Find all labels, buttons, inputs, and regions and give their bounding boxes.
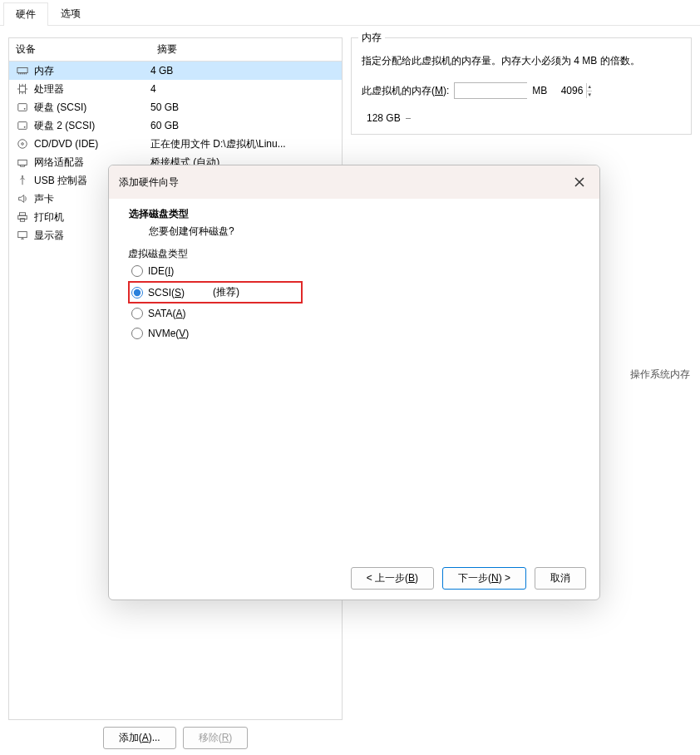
- col-header-summary[interactable]: 摘要: [150, 38, 342, 61]
- memory-legend: 内存: [358, 31, 385, 45]
- table-row[interactable]: 硬盘 2 (SCSI)60 GB: [9, 116, 342, 135]
- dialog-body: 虚拟磁盘类型 IDE(I) SCSI(S) (推荐) SATA(A) NVMe(…: [109, 250, 599, 557]
- device-name: 声卡: [34, 192, 54, 206]
- add-hardware-wizard-dialog: 添加硬件向导 选择磁盘类型 您要创建何种磁盘? 虚拟磁盘类型 IDE(I) SC…: [108, 165, 600, 600]
- partial-os-text: 操作系统内存: [630, 368, 690, 382]
- hdd-icon: [16, 119, 29, 132]
- sound-icon: [16, 192, 29, 205]
- device-name: 内存: [34, 64, 54, 78]
- device-name: USB 控制器: [34, 174, 87, 188]
- memory-label: 此虚拟机的内存(M):: [362, 84, 449, 98]
- radio-scsi-label: SCSI(S): [148, 287, 185, 299]
- radio-ide[interactable]: IDE(I): [128, 261, 580, 281]
- svg-rect-4: [18, 122, 27, 130]
- disk-type-legend: 虚拟磁盘类型: [125, 247, 191, 261]
- cd-icon: [16, 137, 29, 151]
- device-name: 网络适配器: [34, 155, 84, 170]
- spin-up-icon[interactable]: ▲: [587, 83, 592, 91]
- device-name: 处理器: [34, 82, 64, 96]
- usb-icon: [16, 174, 29, 187]
- device-summary: 4 GB: [150, 65, 335, 76]
- spinner-buttons[interactable]: ▲▼: [586, 83, 592, 98]
- svg-point-7: [22, 143, 24, 146]
- device-summary: 50 GB: [150, 101, 335, 113]
- dialog-header: 选择磁盘类型 您要创建何种磁盘?: [109, 199, 599, 250]
- display-icon: [16, 229, 29, 242]
- radio-scsi-input[interactable]: [131, 287, 143, 299]
- radio-nvme-input[interactable]: [131, 328, 143, 339]
- device-name: CD/DVD (IDE): [34, 138, 98, 150]
- device-summary: 4: [150, 83, 335, 95]
- svg-rect-1: [20, 86, 26, 92]
- svg-rect-0: [17, 68, 27, 73]
- remove-button[interactable]: 移除(R): [183, 727, 249, 749]
- table-row[interactable]: 内存4 GB: [9, 62, 342, 80]
- tab-hardware[interactable]: 硬件: [3, 2, 48, 26]
- memory-input-field[interactable]: [455, 83, 586, 98]
- memory-icon: [16, 64, 29, 77]
- disk-type-group: 虚拟磁盘类型 IDE(I) SCSI(S) (推荐) SATA(A) NVMe(…: [121, 254, 588, 351]
- tab-strip: 硬件 选项: [0, 0, 700, 26]
- back-button[interactable]: < 上一步(B): [351, 567, 434, 590]
- memory-input-row: 此虚拟机的内存(M): ▲▼ MB: [362, 82, 681, 99]
- table-row[interactable]: CD/DVD (IDE)正在使用文件 D:\虚拟机\Linu...: [9, 135, 342, 153]
- action-row: 添加(A)... 移除(R): [8, 727, 343, 749]
- radio-sata-label: SATA(A): [148, 308, 186, 319]
- device-name: 打印机: [34, 210, 64, 225]
- hdd-icon: [16, 101, 29, 114]
- tab-options[interactable]: 选项: [48, 2, 93, 25]
- printer-icon: [16, 210, 29, 224]
- svg-rect-10: [20, 213, 26, 216]
- scale-tick-128gb: 128 GB: [367, 112, 681, 124]
- dialog-subheading: 您要创建何种磁盘?: [129, 225, 579, 239]
- svg-rect-2: [18, 104, 27, 111]
- radio-ide-label: IDE(I): [148, 265, 174, 277]
- radio-nvme-label: NVMe(V): [148, 328, 189, 339]
- radio-nvme[interactable]: NVMe(V): [128, 323, 580, 343]
- memory-groupbox: 内存 指定分配给此虚拟机的内存量。内存大小必须为 4 MB 的倍数。 此虚拟机的…: [351, 37, 692, 135]
- radio-scsi[interactable]: SCSI(S) (推荐): [128, 281, 303, 303]
- add-button[interactable]: 添加(A)...: [103, 727, 176, 749]
- device-summary: 60 GB: [150, 120, 335, 131]
- svg-point-3: [24, 108, 26, 110]
- table-row[interactable]: 处理器4: [9, 80, 342, 98]
- svg-rect-13: [18, 232, 27, 238]
- memory-description: 指定分配给此虚拟机的内存量。内存大小必须为 4 MB 的倍数。: [362, 53, 681, 69]
- svg-rect-8: [18, 160, 27, 165]
- svg-point-6: [18, 140, 27, 149]
- table-row[interactable]: 硬盘 (SCSI)50 GB: [9, 98, 342, 116]
- spin-down-icon[interactable]: ▼: [587, 91, 592, 99]
- close-icon: [574, 176, 585, 188]
- close-button[interactable]: [569, 172, 589, 192]
- svg-point-5: [24, 126, 26, 128]
- cancel-button[interactable]: 取消: [535, 567, 586, 590]
- radio-sata[interactable]: SATA(A): [128, 303, 580, 323]
- cpu-icon: [16, 82, 29, 96]
- table-header: 设备 摘要: [9, 38, 342, 62]
- dialog-title: 添加硬件向导: [119, 175, 179, 190]
- memory-scale: 128 GB: [362, 112, 681, 124]
- radio-sata-input[interactable]: [131, 308, 143, 319]
- dialog-footer: < 上一步(B) 下一步(N) > 取消: [109, 557, 599, 600]
- device-name: 硬盘 (SCSI): [34, 101, 86, 115]
- radio-ide-input[interactable]: [131, 265, 143, 277]
- dialog-titlebar: 添加硬件向导: [109, 165, 599, 199]
- radio-scsi-recommend: (推荐): [213, 285, 239, 299]
- dialog-heading: 选择磁盘类型: [129, 207, 579, 221]
- device-summary: 正在使用文件 D:\虚拟机\Linu...: [150, 137, 335, 151]
- memory-spinner[interactable]: ▲▼: [454, 82, 527, 99]
- next-button[interactable]: 下一步(N) >: [442, 567, 526, 590]
- net-icon: [16, 155, 29, 169]
- device-name: 显示器: [34, 229, 64, 243]
- device-name: 硬盘 2 (SCSI): [34, 119, 95, 133]
- svg-point-9: [22, 175, 23, 177]
- memory-unit: MB: [532, 85, 547, 96]
- col-header-device[interactable]: 设备: [9, 38, 150, 61]
